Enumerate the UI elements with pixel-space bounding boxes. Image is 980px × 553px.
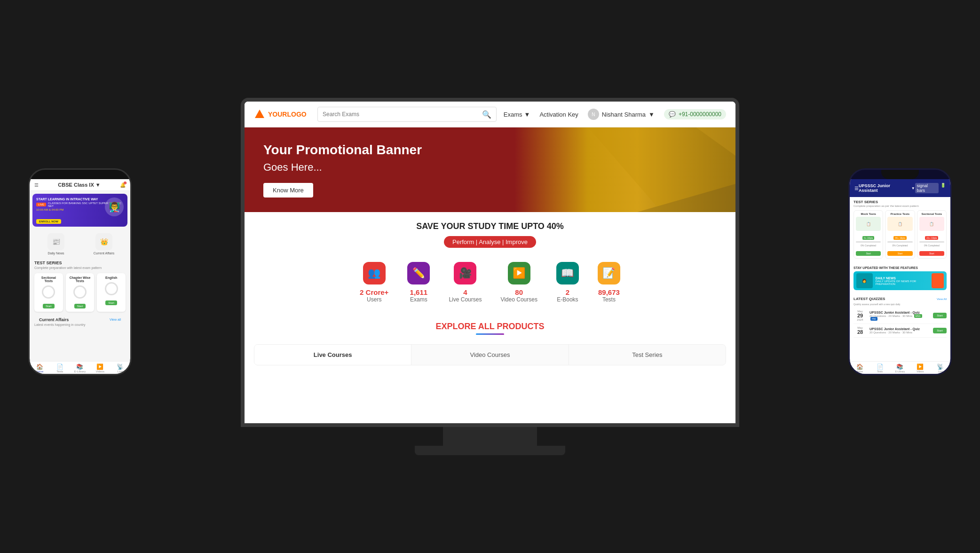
sectional-start-right-button[interactable]: Start: [919, 251, 944, 256]
monitor-base: [415, 446, 565, 455]
right-nav-elibrary[interactable]: 📚 E-Library: [890, 363, 910, 373]
nav-live[interactable]: 📡 Live: [110, 363, 130, 373]
right-phone-frame: ☰ UPSSSC Junior Assistant ▼ signal bars …: [848, 168, 952, 375]
explore-title: EXPLORE ALL PRODUCTS: [254, 322, 726, 332]
stat-ebooks: 📖 2 E-Books: [556, 262, 579, 303]
mock-start-button[interactable]: Start: [856, 251, 881, 256]
nav-home[interactable]: 🏠 Home: [30, 363, 50, 373]
navbar: YOURLOGO 🔍 Exams ▼ Activation Key: [245, 102, 735, 127]
stats-section: SAVE YOUR STUDY TIME UPTO 40% Perform | …: [245, 212, 735, 312]
enroll-button[interactable]: ENROLL NOW: [36, 219, 61, 224]
daily-news-icon-item[interactable]: 📰 Daily News: [34, 233, 78, 255]
video-courses-label: Video Courses: [500, 296, 537, 303]
nav-elibrary[interactable]: 📚 E-Library: [70, 363, 90, 373]
quiz-item-2: May 28 UPSSSC Junior Assistant - Quiz 20…: [854, 324, 947, 338]
left-phone-bottom-nav: 🏠 Home 📄 Tests 📚 E-Library ▶️ Videos 📡: [30, 361, 130, 374]
exams-nav-item[interactable]: Exams ▼: [504, 111, 530, 118]
ebooks-number: 2: [556, 288, 579, 296]
practice-start-button[interactable]: Start: [887, 251, 912, 256]
stats-grid: 👥 2 Crore+ Users ✏️ 1,611 Exams 🎥 4: [254, 257, 726, 308]
tagline-badge: Perform | Analyse | Improve: [444, 236, 536, 248]
exams-number: 1,611: [407, 288, 430, 296]
explore-section: EXPLORE ALL PRODUCTS Live Courses Video …: [245, 312, 735, 375]
quiz-start-button-2[interactable]: Start: [933, 328, 947, 333]
exams-label: Exams: [407, 296, 430, 303]
right-nav-videos[interactable]: ▶️ Videos: [910, 363, 930, 373]
quiz-info-2: UPSSSC Junior Assistant - Quiz 20 Questi…: [869, 327, 930, 334]
svg-marker-0: [255, 110, 264, 118]
know-more-button[interactable]: Know More: [263, 183, 313, 198]
practice-tests-card[interactable]: Practice Tests 📋 34+ 19pts 0% Completed …: [885, 210, 915, 259]
view-all-link[interactable]: View all: [110, 318, 126, 321]
user-profile[interactable]: N Nishant Sharma ▼: [588, 109, 655, 120]
sectional-tests-right-card[interactable]: Sectional Tests 📋 21+ 19pts 0% Completed…: [917, 210, 947, 259]
exams-icon: ✏️: [407, 262, 430, 284]
current-affairs-icon-item[interactable]: 👑 Current Affairs: [82, 233, 126, 255]
search-icon: 🔍: [482, 110, 491, 119]
sectional-start-button[interactable]: Start: [43, 304, 55, 308]
right-nav-live[interactable]: 📡 Live: [930, 363, 950, 373]
english-tests-card[interactable]: English Start: [97, 273, 126, 312]
left-phone-screen: ☰ CBSE Class IX ▼ 🔔1 START LEARNING IN I…: [30, 179, 130, 375]
banner-title: Your Promotional Banner: [263, 142, 422, 158]
daily-news-icon: 📰: [47, 233, 64, 250]
banner-decoration: [490, 127, 735, 212]
logo: YOURLOGO: [254, 109, 310, 120]
nav-tests[interactable]: 📄 Tests: [50, 363, 70, 373]
banner-content: Your Promotional Banner Goes Here... Kno…: [263, 142, 422, 198]
left-phone-banner: START LEARNING IN INTRACTIVE WAY LIVE CL…: [32, 194, 127, 227]
left-phone-header: ☰ CBSE Class IX ▼ 🔔1: [30, 179, 130, 191]
stat-exams: ✏️ 1,611 Exams: [407, 262, 430, 303]
search-input[interactable]: [323, 111, 478, 118]
mock-tests-card[interactable]: Mock Tests 📋 0+ 19pts 0% Completed Start: [854, 210, 883, 259]
tab-live-courses[interactable]: Live Courses: [254, 345, 411, 365]
monitor-frame: YOURLOGO 🔍 Exams ▼ Activation Key: [241, 98, 739, 427]
left-phone-frame: ☰ CBSE Class IX ▼ 🔔1 START LEARNING IN I…: [28, 168, 132, 375]
chapter-start-button[interactable]: Start: [74, 304, 86, 308]
banner-subtitle: Goes Here...: [263, 161, 422, 174]
live-courses-icon: 🎥: [454, 262, 476, 284]
stat-users: 👥 2 Crore+ Users: [360, 262, 388, 303]
english-progress: [105, 282, 118, 295]
tab-test-series[interactable]: Test Series: [569, 345, 726, 365]
tests-label: Tests: [598, 296, 620, 303]
test-series-subtitle: Complete preparation with latest exam pa…: [30, 266, 130, 271]
quiz-header: LATEST QUIZZES View All: [854, 297, 947, 301]
search-bar[interactable]: 🔍: [317, 107, 497, 122]
daily-news-right-decoration: [932, 273, 944, 288]
live-courses-number: 4: [449, 288, 482, 296]
chevron-down-icon: ▼: [648, 111, 655, 118]
practice-progress-bar: [887, 241, 912, 243]
right-phone-screen: ☰ UPSSSC Junior Assistant ▼ signal bars …: [850, 179, 950, 375]
test-cards-row: Sectional Tests Start Chapter Wise Tests…: [30, 271, 130, 314]
monitor: YOURLOGO 🔍 Exams ▼ Activation Key: [241, 98, 739, 455]
product-tabs: Live Courses Video Courses Test Series: [254, 344, 726, 365]
english-start-button[interactable]: Start: [105, 300, 117, 305]
chapter-tests-card[interactable]: Chapter Wise Tests Start: [66, 273, 95, 312]
video-courses-icon: ▶️: [508, 262, 530, 284]
class-selector[interactable]: CBSE Class IX ▼: [58, 182, 100, 188]
tests-number: 89,673: [598, 288, 620, 296]
chevron-down-icon: ▼: [524, 111, 530, 118]
save-text: SAVE YOUR STUDY TIME UPTO 40%: [254, 221, 726, 231]
nav-right: Exams ▼ Activation Key N Nishant Sharma …: [504, 109, 726, 120]
tab-video-courses[interactable]: Video Courses: [411, 345, 569, 365]
chapter-progress: [73, 285, 87, 299]
left-phone: ☰ CBSE Class IX ▼ 🔔1 START LEARNING IN I…: [28, 168, 132, 385]
daily-news-banner[interactable]: 👩 DAILY NEWS DAILY UPDATE OF NEWS FOR PR…: [854, 271, 947, 290]
features-section: STAY UPDATED WITH THESE FEATURES 👩 DAILY…: [850, 264, 950, 295]
quiz-date-2: May 28: [854, 326, 867, 335]
current-affairs-icon: 👑: [95, 233, 112, 250]
nav-videos[interactable]: ▶️ Videos: [90, 363, 110, 373]
whatsapp-icon: 💬: [669, 111, 676, 118]
quiz-start-button-1[interactable]: Start: [933, 313, 947, 318]
phone-icons-row: 📰 Daily News 👑 Current Affairs: [30, 229, 130, 259]
current-affairs-title: Current Affairs: [34, 316, 73, 323]
activation-key-button[interactable]: Activation Key: [539, 111, 578, 118]
quiz-view-all[interactable]: View All: [937, 298, 947, 300]
right-test-cards: Mock Tests 📋 0+ 19pts 0% Completed Start…: [854, 210, 947, 259]
sectional-tests-card[interactable]: Sectional Tests Start: [34, 273, 63, 312]
right-nav-home[interactable]: 🏠 Home: [850, 363, 870, 373]
latest-quizzes: LATEST QUIZZES View All Quickly assess y…: [850, 295, 950, 340]
right-nav-tests[interactable]: 📄 Tests: [870, 363, 890, 373]
